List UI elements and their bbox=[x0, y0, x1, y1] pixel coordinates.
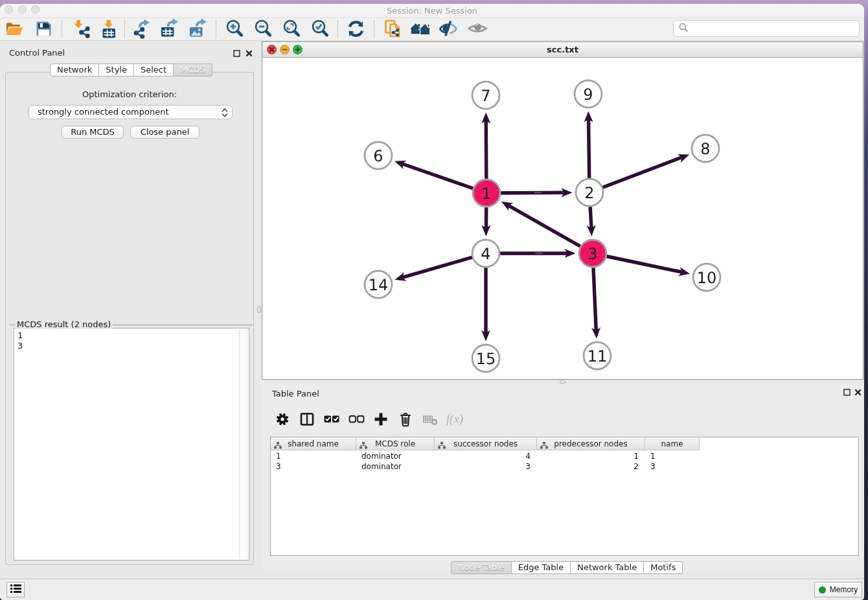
tab-network[interactable]: Network bbox=[50, 63, 99, 76]
save-session-button[interactable] bbox=[32, 18, 55, 39]
edge-2-8[interactable] bbox=[589, 154, 689, 192]
network-canvas[interactable]: 7968124314101511 bbox=[262, 58, 863, 379]
delete-column-button[interactable] bbox=[396, 410, 415, 429]
zoom-out-button[interactable] bbox=[251, 18, 275, 39]
node-2[interactable]: 2 bbox=[576, 179, 603, 206]
window-title: Session: New Session bbox=[0, 6, 864, 16]
cell-successor-nodes: 3 bbox=[435, 461, 537, 472]
refresh-button[interactable] bbox=[344, 18, 367, 39]
network-window-titlebar: scc.txt bbox=[262, 42, 863, 58]
memory-button[interactable]: Memory bbox=[814, 582, 862, 597]
search-box[interactable] bbox=[673, 20, 860, 37]
zoom-in-icon bbox=[225, 19, 244, 38]
cell-shared-name: 3 bbox=[271, 461, 356, 472]
tab-mcds[interactable]: MCDS bbox=[174, 63, 212, 76]
mcds-result-list[interactable]: 13 bbox=[14, 328, 249, 560]
float-panel-button[interactable] bbox=[231, 48, 242, 58]
node-11[interactable]: 11 bbox=[584, 342, 611, 369]
task-list-icon bbox=[10, 584, 21, 595]
criterion-dropdown[interactable]: strongly connected component bbox=[29, 105, 233, 119]
table-panel-header: Table Panel bbox=[262, 384, 863, 405]
tab-network-table[interactable]: Network Table bbox=[571, 561, 644, 574]
network-from-selection-button[interactable] bbox=[381, 18, 404, 39]
import-table-button[interactable] bbox=[97, 18, 120, 39]
tab-node-table[interactable]: Node Table bbox=[451, 561, 512, 574]
edge-3-1[interactable] bbox=[501, 202, 593, 253]
import-table-icon bbox=[99, 19, 119, 39]
result-item: 1 bbox=[17, 330, 249, 341]
open-session-button[interactable] bbox=[3, 18, 26, 39]
app-window: Session: New Session bbox=[0, 4, 864, 600]
node-9[interactable]: 9 bbox=[575, 80, 602, 108]
app-titlebar: Session: New Session bbox=[0, 4, 864, 18]
tab-edge-table[interactable]: Edge Table bbox=[512, 561, 571, 574]
node-14[interactable]: 14 bbox=[365, 271, 392, 298]
import-network-icon bbox=[71, 19, 91, 39]
column-label: predecessor nodes bbox=[554, 439, 627, 448]
node-8[interactable]: 8 bbox=[692, 135, 719, 162]
control-panel: Control Panel NetworkStyleSelectMCDS Opt… bbox=[0, 41, 257, 579]
column-layout-button[interactable] bbox=[297, 410, 317, 429]
node-6[interactable]: 6 bbox=[365, 142, 392, 169]
search-input[interactable] bbox=[689, 24, 859, 34]
edge-3-10[interactable] bbox=[593, 253, 690, 276]
add-column-icon bbox=[372, 411, 389, 428]
toolbar-separator bbox=[62, 20, 62, 38]
node-7[interactable]: 7 bbox=[472, 82, 499, 109]
export-image-icon bbox=[188, 19, 208, 39]
open-session-icon bbox=[5, 19, 25, 39]
export-table-button[interactable] bbox=[157, 18, 181, 39]
show-eye-button[interactable] bbox=[466, 18, 489, 39]
vertical-splitter-handle[interactable] bbox=[257, 306, 261, 313]
column-label: successor nodes bbox=[453, 439, 518, 448]
float-table-panel-button[interactable] bbox=[841, 387, 852, 397]
column-header-successor-nodes[interactable]: successor nodes bbox=[435, 437, 537, 450]
node-4[interactable]: 4 bbox=[472, 240, 499, 267]
column-header-name[interactable]: name bbox=[645, 437, 700, 450]
node-1[interactable]: 1 bbox=[473, 179, 500, 207]
column-header-shared-name[interactable]: shared name bbox=[271, 437, 356, 450]
edge-label-smudge bbox=[536, 253, 543, 254]
export-network-button[interactable] bbox=[130, 18, 153, 39]
delete-column-icon bbox=[397, 411, 414, 428]
deselect-all-rows-button[interactable] bbox=[347, 410, 366, 429]
svg-text:1: 1 bbox=[481, 185, 491, 203]
cell-name: 1 bbox=[645, 451, 700, 461]
column-header-predecessor-nodes[interactable]: predecessor nodes bbox=[537, 437, 645, 450]
cell-shared-name: 1 bbox=[271, 451, 356, 461]
column-label: shared name bbox=[288, 439, 339, 448]
export-image-button[interactable] bbox=[186, 18, 209, 39]
close-panel-action-button[interactable]: Close panel bbox=[130, 126, 200, 139]
close-panel-button[interactable] bbox=[244, 48, 254, 58]
column-header-MCDS-role[interactable]: MCDS role bbox=[356, 437, 435, 450]
run-mcds-button[interactable]: Run MCDS bbox=[62, 126, 124, 139]
memory-label: Memory bbox=[830, 585, 858, 594]
tab-style[interactable]: Style bbox=[99, 63, 134, 76]
zoom-selected-button[interactable] bbox=[308, 18, 332, 39]
control-panel-header: Control Panel bbox=[0, 41, 257, 62]
hide-eye-button[interactable] bbox=[437, 18, 460, 39]
node-15[interactable]: 15 bbox=[472, 345, 499, 372]
import-network-button[interactable] bbox=[69, 18, 93, 39]
add-column-button[interactable] bbox=[371, 410, 391, 429]
zoom-selected-icon bbox=[310, 19, 330, 38]
tab-select[interactable]: Select bbox=[134, 63, 174, 76]
edge-1-6[interactable] bbox=[394, 161, 486, 193]
close-table-panel-button[interactable] bbox=[852, 387, 863, 397]
zoom-in-button[interactable] bbox=[223, 18, 246, 39]
dropdown-arrows-icon bbox=[221, 107, 229, 122]
table-settings-icon bbox=[274, 411, 291, 428]
task-history-button[interactable] bbox=[6, 582, 25, 597]
home-button[interactable] bbox=[409, 18, 432, 39]
tab-motifs[interactable]: Motifs bbox=[644, 561, 683, 574]
node-10[interactable]: 10 bbox=[693, 264, 720, 291]
column-label: MCDS role bbox=[375, 439, 415, 448]
node-3[interactable]: 3 bbox=[579, 240, 606, 267]
horizontal-splitter-handle[interactable] bbox=[560, 380, 565, 384]
table-settings-button[interactable] bbox=[273, 410, 292, 429]
select-all-rows-button[interactable] bbox=[322, 410, 341, 429]
export-network-icon bbox=[131, 19, 152, 39]
result-scrollbar[interactable] bbox=[239, 329, 247, 559]
zoom-fit-button[interactable] bbox=[280, 18, 303, 39]
mcds-result-legend: MCDS result (2 nodes) bbox=[15, 319, 113, 329]
